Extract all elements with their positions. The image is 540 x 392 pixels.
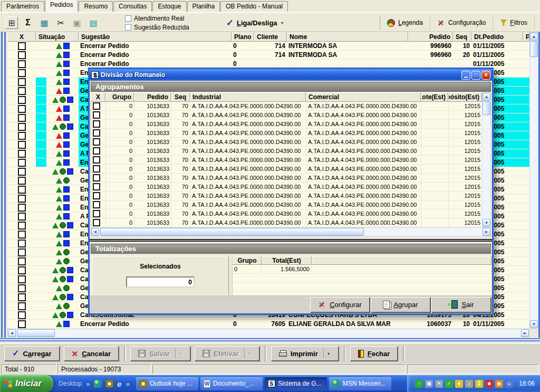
notes-icon[interactable]: ▤ — [87, 16, 100, 29]
row-checkbox[interactable] — [18, 204, 26, 212]
row-checkbox[interactable] — [93, 219, 100, 226]
row-checkbox[interactable] — [93, 210, 100, 217]
column-header-seq[interactable]: Seq — [453, 32, 471, 42]
row-checkbox[interactable] — [18, 42, 26, 50]
row-checkbox[interactable] — [18, 240, 26, 247]
row-checkbox[interactable] — [18, 159, 26, 167]
scroll-up-button[interactable]: ▲ — [483, 93, 490, 101]
dialog-column-header-comercial[interactable]: Comercial — [306, 92, 421, 102]
row-checkbox[interactable] — [18, 257, 26, 265]
user-icon[interactable]: ☺ — [505, 380, 513, 388]
scroll-right-button[interactable]: ► — [483, 228, 490, 236]
table-row[interactable]: Encerrar Pedido07605ELIANE GERALDA DA SI… — [7, 320, 529, 329]
scroll-left-button[interactable]: ◄ — [91, 228, 99, 236]
dropdown-caret[interactable]: ▼ — [175, 349, 182, 358]
row-checkbox[interactable] — [18, 114, 26, 122]
dialog-column-header-seq[interactable]: Seq — [171, 92, 190, 102]
dialog-table-row[interactable]: 0101363370A.TA.I.D.AA.4.043.PE.0000.000.… — [91, 138, 483, 147]
table-row[interactable]: Encerrar Pedido0714INTERMODA SA996960200… — [7, 51, 529, 60]
maximize-button[interactable]: □ — [471, 71, 480, 80]
paste-icon[interactable]: ▣ — [71, 16, 83, 29]
scrollbar-thumb[interactable] — [530, 41, 538, 57]
row-checkbox[interactable] — [18, 105, 26, 113]
toggle-button[interactable]: ✓ Liga/Desliga ▼ — [226, 18, 284, 27]
column-header-p[interactable]: P — [523, 32, 529, 42]
chevron-icon[interactable]: » — [86, 380, 90, 388]
tab-pedidos[interactable]: Pedidos — [45, 0, 78, 12]
column-header-dt-pedido[interactable]: Dt.Pedido — [471, 32, 523, 42]
row-checkbox[interactable] — [93, 192, 100, 199]
row-checkbox[interactable] — [93, 129, 100, 137]
row-checkbox[interactable] — [18, 132, 26, 140]
sis-icon[interactable]: $ — [475, 380, 483, 388]
dialog-column-header-industrial[interactable]: Industrial — [190, 92, 306, 102]
dialog-table-row[interactable]: 0101363370A.TA.I.D.AA.4.043.PE.0000.000.… — [91, 200, 483, 209]
row-checkbox[interactable] — [18, 293, 26, 301]
scroll-down-button[interactable]: ▼ — [483, 219, 490, 227]
tab-resumo[interactable]: Resumo — [79, 1, 113, 12]
clock-icon[interactable] — [105, 380, 113, 388]
sum-icon[interactable]: Σ — [22, 16, 34, 29]
scroll-up-button[interactable]: ▲ — [530, 33, 538, 41]
antivirus-icon[interactable]: ✓ — [445, 380, 453, 388]
dialog-column-header-dep-sito-est[interactable]: Depósito(Est) — [448, 92, 482, 102]
row-checkbox[interactable] — [93, 183, 100, 190]
update-icon[interactable]: ↑ — [415, 380, 423, 388]
configura-o-button[interactable]: Configuração — [430, 15, 493, 30]
imprimir-button[interactable]: Imprimir▼ — [271, 346, 339, 361]
dialog-table-row[interactable]: 0101363370A.TA.I.D.AA.4.043.PE.0000.000.… — [91, 102, 483, 111]
column-header-sugest-o[interactable]: Sugestão — [79, 32, 232, 42]
dialog-column-header-x[interactable]: X — [91, 92, 105, 102]
dialog-table-row[interactable]: 0101363370A.TA.I.D.AA.4.043.PE.0000.000.… — [91, 129, 483, 138]
row-checkbox[interactable] — [93, 201, 100, 208]
dialog-column-header-grupo[interactable]: Grupo — [105, 92, 134, 102]
scroll-down-button[interactable]: ▼ — [530, 320, 538, 328]
dialog-table-row[interactable]: 0101363370A.TA.I.D.AA.4.043.PE.0000.000.… — [91, 120, 483, 129]
row-checkbox[interactable] — [93, 147, 100, 155]
dialog-column-header-lote-est[interactable]: Lote(Est) — [421, 92, 448, 102]
checkbox-sugest-o-reduzida[interactable]: Sugestão Reduzida — [125, 24, 189, 31]
row-checkbox[interactable] — [93, 138, 100, 146]
legenda-button[interactable]: Legenda — [380, 15, 430, 30]
table-row[interactable]: Encerrar Pedido0714INTERMODA SA996960100… — [7, 42, 529, 51]
row-checkbox[interactable] — [18, 186, 26, 194]
configurar-button[interactable]: Configurar — [310, 297, 370, 312]
cut-icon[interactable]: ✂ — [54, 16, 67, 29]
carregar-button[interactable]: ✓Carregar — [4, 346, 60, 361]
treeview-icon[interactable]: ⊞ — [5, 16, 18, 29]
dialog-table-row[interactable]: 0101363370A.TA.I.D.AA.4.043.PE.0000.000.… — [91, 192, 483, 200]
row-checkbox[interactable] — [93, 156, 100, 164]
task-button-outlook-hoje[interactable]: Outlook hoje ... — [136, 377, 198, 390]
row-checkbox[interactable] — [18, 302, 26, 310]
dialog-table-row[interactable]: 0101363370A.TA.I.D.AA.4.043.PE.0000.000.… — [91, 183, 483, 192]
row-checkbox[interactable] — [93, 102, 100, 110]
scrollbar-thumb[interactable] — [483, 101, 490, 115]
column-header-plano[interactable]: Plano — [232, 32, 254, 42]
dialog-vertical-scrollbar[interactable]: ▲ ▼ — [482, 92, 491, 227]
row-checkbox[interactable] — [18, 231, 26, 238]
checkbox-atendimento-real[interactable]: Atendimento Real — [125, 15, 189, 22]
row-checkbox[interactable] — [18, 141, 26, 149]
ie-icon[interactable]: e — [117, 380, 121, 388]
dialog-table-row[interactable]: 0101363370A.TA.I.D.AA.4.043.PE.0000.000.… — [91, 156, 483, 165]
row-checkbox[interactable] — [18, 150, 26, 158]
dialog-table-row[interactable]: 0101363370A.TA.I.D.AA.4.043.PE.0000.000.… — [91, 165, 483, 174]
row-checkbox[interactable] — [18, 69, 26, 77]
volume-icon[interactable]: ♪ — [465, 380, 473, 388]
cancelar-button[interactable]: ✕Cancelar — [64, 346, 119, 361]
dialog-title-bar[interactable]: S Divisão do Romaneio ▁ □ ✕ — [90, 69, 492, 81]
filtros-button[interactable]: Filtros — [493, 15, 535, 30]
scrollbar-thumb[interactable] — [100, 228, 364, 236]
tab-estoque[interactable]: Estoque — [152, 1, 186, 12]
tab-planilha[interactable]: Planilha — [187, 1, 220, 12]
dialog-horizontal-scrollbar[interactable]: ◄ ► — [91, 227, 491, 236]
dialog-table-row[interactable]: 0101363370A.TA.I.D.AA.4.043.PE.0000.000.… — [91, 147, 483, 156]
column-header-situa-o[interactable]: Situação — [36, 32, 79, 42]
dialog-table-row[interactable]: 0101363370A.TA.I.D.AA.4.043.PE.0000.000.… — [91, 111, 483, 120]
column-header-nome[interactable]: Nome — [287, 32, 408, 42]
close-icon[interactable]: ✕ — [481, 71, 490, 80]
row-checkbox[interactable] — [93, 120, 100, 128]
row-checkbox[interactable] — [18, 266, 26, 274]
row-checkbox[interactable] — [18, 168, 26, 176]
checkbox-box[interactable] — [125, 15, 131, 22]
